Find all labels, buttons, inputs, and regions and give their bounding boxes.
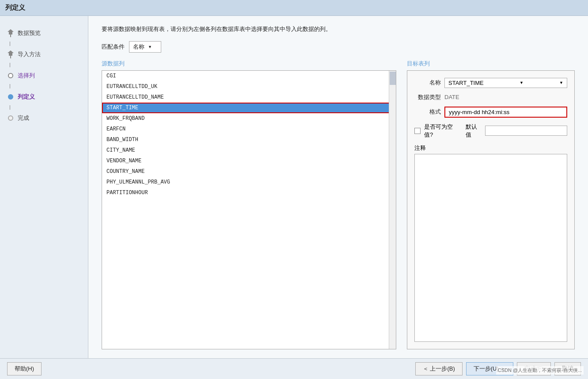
window-title: 列定义 — [5, 4, 25, 11]
list-item[interactable]: COUNTRY_NAME — [102, 166, 396, 177]
datatype-label: 数据类型 — [414, 93, 441, 101]
nullable-label: 是否可为空值? — [424, 123, 459, 139]
scroll-thumb[interactable] — [390, 72, 396, 85]
match-condition-label: 匹配条件 — [102, 43, 125, 51]
list-item[interactable]: EARFCN — [102, 124, 396, 134]
default-input[interactable] — [485, 126, 567, 136]
connector-3 — [10, 84, 10, 88]
sidebar-item-select-columns[interactable]: 选择列 — [0, 67, 88, 84]
target-section: 目标表列 名称 START_TIME ▼ 数据类型 — [407, 60, 575, 349]
format-input[interactable] — [444, 107, 567, 118]
sidebar-label-finish: 完成 — [18, 114, 29, 122]
notes-textarea[interactable] — [414, 154, 567, 342]
list-item[interactable]: EUTRANCELLTDD_UK — [102, 81, 396, 92]
title-bar: 列定义 — [0, 0, 588, 16]
sidebar-item-finish[interactable]: 完成 — [0, 110, 88, 126]
dropdown-arrow: ▼ — [520, 80, 524, 85]
target-form: 名称 START_TIME ▼ 数据类型 DATE — [407, 70, 575, 349]
help-button[interactable]: 帮助(H) — [7, 362, 42, 375]
bottom-left: 帮助(H) — [7, 362, 42, 375]
list-item[interactable]: VENDOR_NAME — [102, 156, 396, 166]
list-item[interactable]: PARTITIONHOUR — [102, 188, 396, 198]
circle-icon-5 — [7, 115, 14, 122]
list-item[interactable]: WORK_FRQBAND — [102, 113, 396, 124]
list-item[interactable]: BAND_WIDTH — [102, 134, 396, 145]
connector-4 — [10, 105, 10, 110]
connector-1 — [10, 42, 10, 46]
sidebar-label-import-method: 导入方法 — [18, 50, 41, 58]
svg-marker-0 — [8, 29, 14, 34]
prev-button[interactable]: ＜ 上一步(B) — [415, 362, 463, 375]
list-item[interactable]: CGI — [102, 71, 396, 81]
circle-icon-3 — [7, 72, 14, 79]
notes-section: 注释 — [414, 144, 567, 342]
datatype-row: 数据类型 DATE — [414, 93, 567, 101]
sidebar-label-data-preview: 数据预览 — [18, 29, 41, 37]
name-dropdown[interactable]: START_TIME ▼ — [444, 78, 567, 88]
sidebar-item-column-definition[interactable]: 列定义 — [0, 88, 88, 105]
svg-marker-2 — [8, 50, 14, 56]
nullable-checkbox[interactable] — [414, 128, 421, 134]
sidebar-item-import-method[interactable]: 导入方法 — [0, 46, 88, 63]
list-item[interactable]: PHY_ULMEANNL_PRB_AVG — [102, 177, 396, 188]
source-section-title: 源数据列 — [102, 60, 396, 68]
match-condition-row: 匹配条件 名称 — [102, 41, 575, 53]
pin-icon-2 — [7, 51, 14, 58]
window: 列定义 数据预览 — [0, 0, 588, 379]
format-label: 格式 — [414, 108, 441, 116]
list-item[interactable]: EUTRANCELLTDD_NAME — [102, 92, 396, 103]
list-item[interactable]: CITY_NAME — [102, 145, 396, 156]
list-scrollbar[interactable] — [389, 71, 396, 349]
sidebar: 数据预览 导入方法 选择列 — [0, 16, 88, 358]
sidebar-label-column-definition: 列定义 — [18, 93, 35, 101]
default-label: 默认值 — [466, 123, 482, 139]
pin-icon-1 — [7, 30, 14, 37]
columns-area: 源数据列 CGI EUTRANCELLTDD_UK EUTRANCELLTDD_… — [102, 60, 575, 349]
watermark: CSDN @人生在勤，不索何获-自大侠... — [496, 366, 584, 375]
datatype-value: DATE — [444, 94, 459, 100]
source-section: 源数据列 CGI EUTRANCELLTDD_UK EUTRANCELLTDD_… — [102, 60, 396, 349]
main-content: 要将源数据映射到现有表，请分别为左侧各列在数据库表中选择要向其中导入此数据的列。… — [88, 16, 588, 358]
name-value: START_TIME — [448, 80, 484, 86]
format-row: 格式 — [414, 107, 567, 118]
source-list-box[interactable]: CGI EUTRANCELLTDD_UK EUTRANCELLTDD_NAME … — [102, 70, 396, 349]
sidebar-item-data-preview[interactable]: 数据预览 — [0, 25, 88, 42]
nullable-row: 是否可为空值? 默认值 — [414, 123, 567, 139]
list-item-start-time[interactable]: START_TIME — [102, 103, 396, 113]
description-text: 要将源数据映射到现有表，请分别为左侧各列在数据库表中选择要向其中导入此数据的列。 — [102, 25, 575, 34]
name-label: 名称 — [414, 79, 441, 87]
content-area: 数据预览 导入方法 选择列 — [0, 16, 588, 358]
name-row: 名称 START_TIME ▼ — [414, 78, 567, 88]
sidebar-label-select-columns: 选择列 — [18, 72, 35, 80]
connector-2 — [10, 63, 10, 67]
notes-label: 注释 — [414, 144, 567, 152]
target-section-title: 目标表列 — [407, 60, 575, 68]
match-condition-value: 名称 — [133, 43, 144, 51]
circle-icon-4 — [7, 93, 14, 100]
match-condition-dropdown[interactable]: 名称 — [129, 41, 161, 53]
